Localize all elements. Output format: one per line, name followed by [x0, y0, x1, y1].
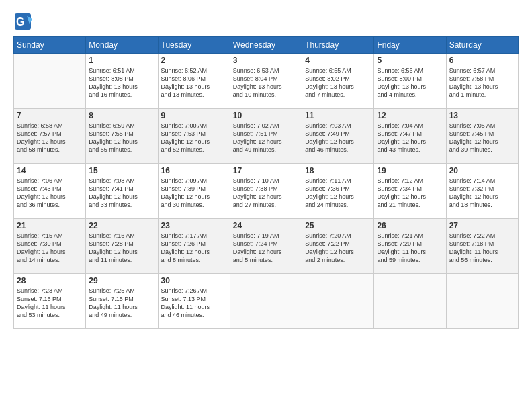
day-number: 4 — [305, 56, 371, 65]
day-info: Sunrise: 7:05 AM Sunset: 7:45 PM Dayligh… — [449, 122, 515, 154]
day-info: Sunrise: 7:08 AM Sunset: 7:41 PM Dayligh… — [89, 177, 154, 210]
day-info: Sunrise: 7:12 AM Sunset: 7:34 PM Dayligh… — [377, 177, 443, 210]
day-info: Sunrise: 7:26 AM Sunset: 7:13 PM Dayligh… — [161, 287, 227, 320]
day-number: 23 — [161, 221, 227, 230]
day-info: Sunrise: 7:19 AM Sunset: 7:24 PM Dayligh… — [233, 232, 299, 265]
calendar-cell: 14Sunrise: 7:06 AM Sunset: 7:43 PM Dayli… — [14, 164, 86, 219]
calendar-cell: 15Sunrise: 7:08 AM Sunset: 7:41 PM Dayli… — [86, 164, 158, 219]
day-info: Sunrise: 7:22 AM Sunset: 7:18 PM Dayligh… — [449, 232, 515, 265]
logo-icon: G — [13, 12, 32, 31]
day-number: 15 — [89, 166, 154, 175]
day-info: Sunrise: 7:02 AM Sunset: 7:51 PM Dayligh… — [233, 122, 299, 154]
day-number: 19 — [377, 166, 443, 175]
day-number: 30 — [161, 276, 227, 285]
day-number: 8 — [89, 111, 154, 120]
day-number: 24 — [233, 221, 299, 230]
calendar-cell: 20Sunrise: 7:14 AM Sunset: 7:32 PM Dayli… — [446, 164, 518, 219]
day-info: Sunrise: 7:17 AM Sunset: 7:26 PM Dayligh… — [161, 232, 227, 265]
calendar-cell: 27Sunrise: 7:22 AM Sunset: 7:18 PM Dayli… — [446, 219, 518, 274]
day-number: 22 — [89, 221, 154, 230]
calendar-week-row: 14Sunrise: 7:06 AM Sunset: 7:43 PM Dayli… — [14, 164, 519, 219]
calendar-cell: 24Sunrise: 7:19 AM Sunset: 7:24 PM Dayli… — [230, 219, 302, 274]
calendar-header-row: SundayMondayTuesdayWednesdayThursdayFrid… — [14, 37, 519, 54]
calendar-cell — [446, 274, 518, 329]
calendar-cell — [302, 274, 374, 329]
day-number: 18 — [305, 166, 371, 175]
calendar-cell: 29Sunrise: 7:25 AM Sunset: 7:15 PM Dayli… — [86, 274, 158, 329]
calendar-cell: 22Sunrise: 7:16 AM Sunset: 7:28 PM Dayli… — [86, 219, 158, 274]
calendar-cell: 6Sunrise: 6:57 AM Sunset: 7:58 PM Daylig… — [446, 54, 518, 109]
weekday-header: Thursday — [302, 37, 374, 54]
day-info: Sunrise: 6:55 AM Sunset: 8:02 PM Dayligh… — [305, 66, 371, 99]
day-info: Sunrise: 6:59 AM Sunset: 7:55 PM Dayligh… — [89, 122, 154, 154]
calendar-cell: 26Sunrise: 7:21 AM Sunset: 7:20 PM Dayli… — [374, 219, 446, 274]
calendar-cell — [374, 274, 446, 329]
day-info: Sunrise: 6:57 AM Sunset: 7:58 PM Dayligh… — [449, 66, 515, 99]
calendar-week-row: 7Sunrise: 6:58 AM Sunset: 7:57 PM Daylig… — [14, 109, 519, 164]
day-number: 6 — [449, 56, 515, 65]
page-header: G — [13, 12, 519, 31]
calendar-week-row: 21Sunrise: 7:15 AM Sunset: 7:30 PM Dayli… — [14, 219, 519, 274]
day-info: Sunrise: 6:58 AM Sunset: 7:57 PM Dayligh… — [17, 122, 83, 154]
calendar-cell: 1Sunrise: 6:51 AM Sunset: 8:08 PM Daylig… — [86, 54, 158, 109]
day-number: 28 — [17, 276, 83, 285]
day-info: Sunrise: 7:04 AM Sunset: 7:47 PM Dayligh… — [377, 122, 443, 154]
day-number: 2 — [161, 56, 227, 65]
day-number: 21 — [17, 221, 83, 230]
calendar-cell — [14, 54, 86, 109]
calendar-cell: 4Sunrise: 6:55 AM Sunset: 8:02 PM Daylig… — [302, 54, 374, 109]
day-number: 20 — [449, 166, 515, 175]
day-number: 12 — [377, 111, 443, 120]
day-info: Sunrise: 7:21 AM Sunset: 7:20 PM Dayligh… — [377, 232, 443, 265]
calendar-cell: 10Sunrise: 7:02 AM Sunset: 7:51 PM Dayli… — [230, 109, 302, 164]
day-info: Sunrise: 7:23 AM Sunset: 7:16 PM Dayligh… — [17, 287, 83, 320]
day-info: Sunrise: 7:11 AM Sunset: 7:36 PM Dayligh… — [305, 177, 371, 210]
calendar-cell: 2Sunrise: 6:52 AM Sunset: 8:06 PM Daylig… — [158, 54, 230, 109]
calendar-cell: 23Sunrise: 7:17 AM Sunset: 7:26 PM Dayli… — [158, 219, 230, 274]
calendar-cell: 17Sunrise: 7:10 AM Sunset: 7:38 PM Dayli… — [230, 164, 302, 219]
day-number: 16 — [161, 166, 227, 175]
day-info: Sunrise: 6:56 AM Sunset: 8:00 PM Dayligh… — [377, 66, 443, 99]
day-number: 17 — [233, 166, 299, 175]
calendar-cell: 21Sunrise: 7:15 AM Sunset: 7:30 PM Dayli… — [14, 219, 86, 274]
day-info: Sunrise: 6:51 AM Sunset: 8:08 PM Dayligh… — [89, 66, 154, 99]
day-info: Sunrise: 6:53 AM Sunset: 8:04 PM Dayligh… — [233, 66, 299, 99]
calendar-cell: 8Sunrise: 6:59 AM Sunset: 7:55 PM Daylig… — [86, 109, 158, 164]
day-info: Sunrise: 7:03 AM Sunset: 7:49 PM Dayligh… — [305, 122, 371, 154]
day-number: 11 — [305, 111, 371, 120]
calendar-cell: 19Sunrise: 7:12 AM Sunset: 7:34 PM Dayli… — [374, 164, 446, 219]
weekday-header: Tuesday — [158, 37, 230, 54]
calendar-week-row: 1Sunrise: 6:51 AM Sunset: 8:08 PM Daylig… — [14, 54, 519, 109]
calendar-cell: 25Sunrise: 7:20 AM Sunset: 7:22 PM Dayli… — [302, 219, 374, 274]
calendar-week-row: 28Sunrise: 7:23 AM Sunset: 7:16 PM Dayli… — [14, 274, 519, 329]
day-number: 29 — [89, 276, 154, 285]
day-number: 26 — [377, 221, 443, 230]
day-number: 1 — [89, 56, 154, 65]
svg-text:G: G — [16, 16, 24, 28]
day-number: 3 — [233, 56, 299, 65]
weekday-header: Saturday — [446, 37, 518, 54]
calendar-cell: 18Sunrise: 7:11 AM Sunset: 7:36 PM Dayli… — [302, 164, 374, 219]
calendar-cell: 7Sunrise: 6:58 AM Sunset: 7:57 PM Daylig… — [14, 109, 86, 164]
weekday-header: Wednesday — [230, 37, 302, 54]
day-number: 7 — [17, 111, 83, 120]
weekday-header: Sunday — [14, 37, 86, 54]
calendar-cell: 5Sunrise: 6:56 AM Sunset: 8:00 PM Daylig… — [374, 54, 446, 109]
calendar-table: SundayMondayTuesdayWednesdayThursdayFrid… — [13, 36, 519, 329]
calendar-cell: 12Sunrise: 7:04 AM Sunset: 7:47 PM Dayli… — [374, 109, 446, 164]
calendar-cell: 3Sunrise: 6:53 AM Sunset: 8:04 PM Daylig… — [230, 54, 302, 109]
day-number: 14 — [17, 166, 83, 175]
day-info: Sunrise: 7:15 AM Sunset: 7:30 PM Dayligh… — [17, 232, 83, 265]
day-number: 5 — [377, 56, 443, 65]
calendar-cell: 28Sunrise: 7:23 AM Sunset: 7:16 PM Dayli… — [14, 274, 86, 329]
day-info: Sunrise: 7:06 AM Sunset: 7:43 PM Dayligh… — [17, 177, 83, 210]
day-number: 13 — [449, 111, 515, 120]
calendar-cell: 11Sunrise: 7:03 AM Sunset: 7:49 PM Dayli… — [302, 109, 374, 164]
day-number: 25 — [305, 221, 371, 230]
day-number: 10 — [233, 111, 299, 120]
day-info: Sunrise: 7:09 AM Sunset: 7:39 PM Dayligh… — [161, 177, 227, 210]
day-info: Sunrise: 7:14 AM Sunset: 7:32 PM Dayligh… — [449, 177, 515, 210]
day-info: Sunrise: 7:20 AM Sunset: 7:22 PM Dayligh… — [305, 232, 371, 265]
day-info: Sunrise: 6:52 AM Sunset: 8:06 PM Dayligh… — [161, 66, 227, 99]
calendar-cell: 9Sunrise: 7:00 AM Sunset: 7:53 PM Daylig… — [158, 109, 230, 164]
